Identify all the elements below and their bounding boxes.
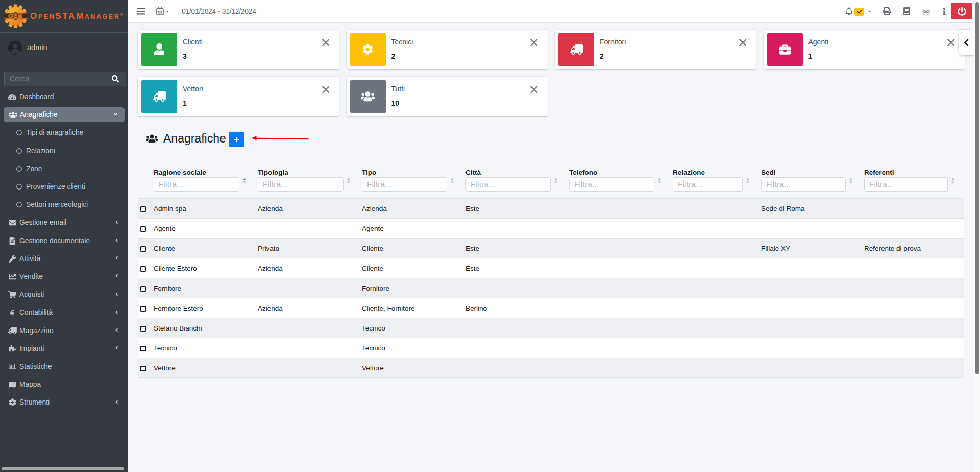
svg-text:OSM: OSM [8,13,22,19]
